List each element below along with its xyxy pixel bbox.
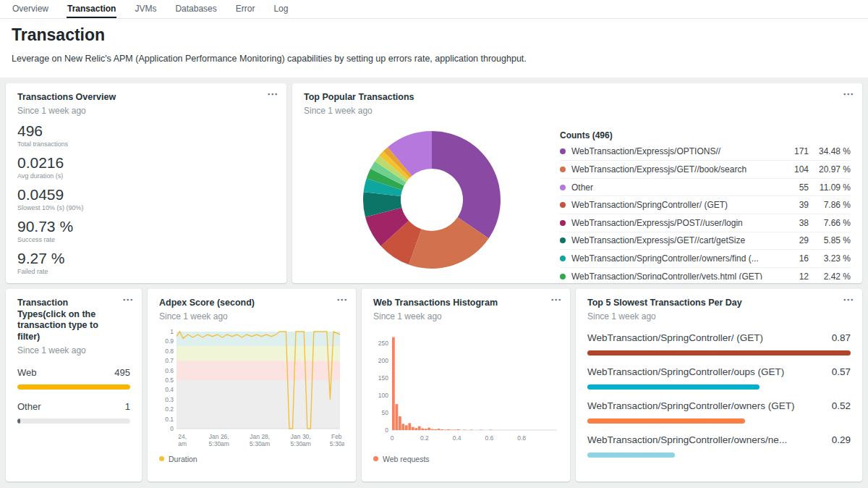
legend-dot [560, 185, 566, 190]
histogram-bar[interactable] [438, 429, 441, 430]
legend-count: 29 [784, 235, 809, 245]
histogram-bar[interactable] [399, 416, 401, 430]
page-header: Transaction Leverage on New Relic's APM … [0, 19, 868, 77]
metric-value: 496 [17, 122, 275, 140]
web-requests-legend-dot [373, 456, 378, 461]
slow-transaction-row[interactable]: WebTransaction/SpringController/owners/n… [587, 434, 851, 458]
histogram-bar[interactable] [444, 429, 447, 430]
histogram-bar[interactable] [464, 429, 467, 430]
metric: 0.0216Avg duration (s) [17, 154, 275, 180]
histogram-bar[interactable] [489, 429, 492, 430]
legend-count: 16 [784, 253, 809, 264]
slow-transaction-row[interactable]: WebTransaction/SpringController/oups (GE… [587, 366, 851, 390]
card-menu-icon[interactable]: ⋯ [122, 293, 133, 306]
card-menu-icon[interactable]: ⋯ [843, 293, 854, 306]
legend-count: 38 [784, 218, 809, 228]
donut-segment[interactable] [432, 131, 501, 238]
y-tick-label: 1 [170, 328, 174, 335]
y-tick-label: 0.9 [165, 337, 174, 345]
tab-transaction[interactable]: Transaction [67, 1, 116, 18]
tab-log[interactable]: Log [273, 1, 289, 18]
histogram-bar[interactable] [427, 427, 430, 429]
histogram-legend[interactable]: Web requests [373, 455, 558, 463]
type-line: Other1 [17, 401, 130, 412]
metric: 9.27 %Failed rate [17, 250, 275, 275]
histogram-bar[interactable] [392, 337, 395, 429]
tab-error[interactable]: Error [235, 1, 256, 18]
histogram-bar[interactable] [454, 429, 456, 430]
histogram-bar[interactable] [480, 429, 482, 430]
legend-row[interactable]: WebTransaction/SpringController/owners/f… [560, 250, 851, 268]
card-menu-icon[interactable]: ⋯ [550, 293, 561, 306]
card-subtitle: Since 1 week ago [17, 106, 275, 116]
popular-legend-rows: WebTransaction/Expressjs/OPTIONS//17134.… [560, 143, 851, 279]
slow-transaction-row[interactable]: WebTransaction/SpringController/ (GET)0.… [587, 332, 851, 356]
histogram-bar[interactable] [412, 426, 414, 429]
histogram-bar[interactable] [421, 428, 424, 429]
y-tick-label: 150 [378, 374, 388, 382]
type-row[interactable]: Web495 [17, 367, 130, 390]
histogram-bar[interactable] [401, 424, 404, 430]
legend-label: WebTransaction/Expressjs/POST//user/logi… [571, 218, 784, 228]
tab-databases[interactable]: Databases [174, 1, 217, 18]
legend-row[interactable]: WebTransaction/Expressjs/GET//book/searc… [560, 161, 851, 179]
card-menu-icon[interactable]: ⋯ [267, 88, 278, 101]
top-nav: OverviewTransactionJVMsDatabasesErrorLog [0, 0, 868, 19]
legend-row[interactable]: WebTransaction/SpringController/vets.htm… [560, 268, 851, 279]
legend-dot [560, 237, 566, 243]
metric-value: 0.0216 [17, 154, 275, 172]
histogram-bar[interactable] [414, 428, 417, 430]
metric-value: 90.73 % [17, 218, 275, 235]
legend-row[interactable]: Other5511.09 % [560, 179, 851, 197]
y-tick-label: 0.5 [165, 376, 174, 384]
histogram-bar[interactable] [425, 429, 427, 430]
card-title: Transaction Types(click on the transacti… [17, 298, 130, 343]
histogram-bar[interactable] [447, 429, 450, 430]
card-menu-icon[interactable]: ⋯ [843, 88, 854, 101]
legend-label: WebTransaction/SpringController/vets.htm… [571, 272, 784, 279]
x-tick-label: 24,am [178, 433, 187, 447]
overview-metrics: 496Total transactions0.0216Avg duration … [17, 122, 275, 275]
legend-row[interactable]: WebTransaction/Expressjs/POST//user/logi… [560, 214, 851, 232]
histogram-bar[interactable] [470, 429, 473, 430]
histogram-bar[interactable] [405, 425, 408, 430]
card-menu-icon[interactable]: ⋯ [336, 293, 347, 306]
metric-label: Failed rate [17, 268, 275, 275]
legend-row[interactable]: WebTransaction/Expressjs/OPTIONS//17134.… [560, 143, 851, 161]
slow-label: WebTransaction/SpringController/owners/n… [587, 434, 787, 445]
legend-row[interactable]: WebTransaction/SpringController/ (GET)39… [560, 196, 851, 214]
legend-dot [560, 256, 566, 261]
x-tick-label: 0.8 [517, 434, 526, 442]
adpex-legend[interactable]: Duration [159, 455, 344, 463]
tab-overview[interactable]: Overview [12, 1, 49, 18]
tab-jvms[interactable]: JVMs [134, 1, 157, 18]
slow-line: WebTransaction/SpringController/ (GET)0.… [587, 332, 851, 343]
dashboard-grid: Transactions Overview Since 1 week ago ⋯… [0, 77, 868, 488]
type-bar-fill [17, 418, 20, 424]
histogram-bar[interactable] [441, 429, 443, 430]
page-subtitle: Leverage on New Relic's APM (Application… [12, 54, 856, 64]
histogram-bar[interactable] [457, 429, 460, 430]
type-row[interactable]: Other1 [17, 401, 130, 424]
legend-percent: 34.48 % [809, 146, 851, 156]
slowest-rows: WebTransaction/SpringController/ (GET)0.… [587, 332, 851, 458]
x-tick-label: Jan 30,5:30am [291, 433, 311, 447]
legend-row[interactable]: WebTransaction/Expressjs/GET//cart/getSi… [560, 232, 851, 251]
y-tick-label: 0.2 [165, 405, 174, 413]
card-title: Top 5 Slowest Transactions Per Day [587, 298, 851, 309]
apdex-band [176, 361, 340, 380]
slow-bar [587, 453, 675, 458]
histogram-bar[interactable] [408, 423, 411, 430]
type-bar [17, 384, 130, 390]
y-tick-label: 0.6 [165, 366, 174, 374]
histogram-bar[interactable] [434, 429, 437, 430]
legend-dot [560, 148, 566, 154]
histogram-bar[interactable] [396, 404, 399, 430]
slow-transaction-row[interactable]: WebTransaction/SpringController/owners (… [587, 400, 851, 424]
histogram-bar[interactable] [418, 426, 421, 429]
legend-label: WebTransaction/Expressjs/OPTIONS// [571, 146, 784, 156]
histogram-bar[interactable] [451, 429, 454, 430]
histogram-bar[interactable] [431, 429, 434, 429]
slow-bar [587, 350, 851, 356]
slow-value: 0.29 [832, 434, 851, 445]
